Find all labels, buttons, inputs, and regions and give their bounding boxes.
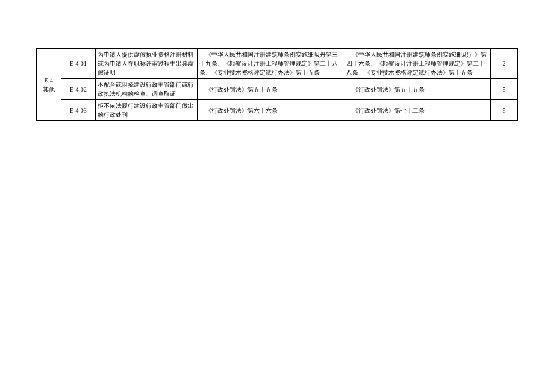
table-row: E-4 其他 E-4-01 为申请人提供虚假执业资格注册材料或为申请人在职称评审… (37, 49, 518, 79)
row-ref2: 《行政处罚法》第七十二条 (344, 100, 491, 121)
row-ref1: 《行政处罚法》第六十六条 (198, 100, 344, 121)
table-row: E-4-03 拒不依法履行建设行政主管部门做出的行政处刊 《行政处罚法》第六十六… (37, 100, 518, 121)
table-row: E-4-02 不配合或阻挠建设行政主管部门或行政执法机构的检查、调查取证 《行政… (37, 79, 518, 100)
row-ref1: 《行政处罚法》第五十五条 (198, 79, 344, 100)
row-code: E-4-02 (61, 79, 96, 100)
row-ref2: 《中华人民共和国注册建筑师条例实施细贝!）》第四十六条、《勘察设计注册工程师管理… (344, 49, 491, 79)
category-cell: E-4 其他 (37, 49, 61, 121)
row-desc: 为申请人提供虚假执业资格注册材料或为申请人在职称评审过程中出具虚假证明 (96, 49, 198, 79)
row-ref1: 《中华人民共和国注册建筑师条例实施细贝丹第三十九条、《勘察设计注册工程师管理规定… (198, 49, 344, 79)
regulation-table: E-4 其他 E-4-01 为申请人提供虚假执业资格注册材料或为申请人在职称评审… (36, 48, 518, 121)
row-desc: 不配合或阻挠建设行政主管部门或行政执法机构的检查、调查取证 (96, 79, 198, 100)
category-label: 其他 (39, 85, 59, 94)
row-code: E-4-03 (61, 100, 96, 121)
row-num: 5 (491, 100, 518, 121)
row-code: E-4-01 (61, 49, 96, 79)
row-desc: 拒不依法履行建设行政主管部门做出的行政处刊 (96, 100, 198, 121)
row-num: 5 (491, 79, 518, 100)
category-code: E-4 (39, 76, 59, 85)
row-num: 2 (491, 49, 518, 79)
row-ref2: 《行政处罚法》第五十五条 (344, 79, 491, 100)
